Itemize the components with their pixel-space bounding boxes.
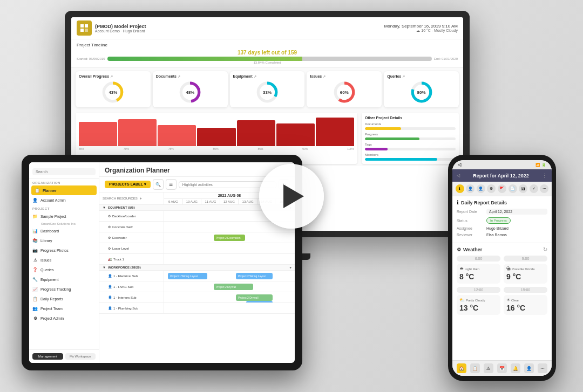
weather-section: ⚙ Weather ↻ 6:00 9:00 [452, 243, 552, 318]
my-workspace-tab[interactable]: My Workspace [65, 353, 96, 360]
monitor-project-title: (PMOD) Model Project [95, 24, 146, 29]
sidebar-item-progress-photos[interactable]: 📷 Progress Photos [29, 245, 99, 255]
reviewer-value: Elsa Ramos [486, 233, 547, 237]
sidebar-item-queries[interactable]: ❓ Queries [29, 265, 99, 274]
phone-tab-more[interactable]: ⋯ [540, 184, 548, 193]
sidebar-item-library[interactable]: 📚 Library [29, 236, 99, 245]
resource-interiors: 👤1 - Interiors Sub [99, 292, 164, 302]
phone-tab-doc[interactable]: 📄 [509, 184, 517, 193]
sidebar-item-issues[interactable]: ⚠ Issues [29, 255, 99, 265]
sidebar-item-planner[interactable]: 📋 Planner [31, 185, 97, 195]
phone-status-bar: ◁ 📶 🔋 [452, 160, 552, 169]
tablet-frame: ORGANIZATION 📋 Planner 👤 Account Admin P… [22, 155, 302, 370]
search-toolbar-button[interactable]: 🔍 [153, 179, 164, 190]
electrical-bar-1: Project 1 Wiring Layout [168, 273, 207, 279]
sidebar-equipment-label: Equipment [40, 278, 58, 281]
timeline-pct: 13.84% Completed [77, 61, 458, 64]
daily-report-title: Daily Report Details [461, 200, 507, 205]
phone-nav-home[interactable]: 🏠 [457, 363, 466, 373]
weather-time-headers-2: 12:00 15:00 [457, 287, 547, 293]
chart-backhoe [164, 211, 295, 221]
phone-tab-person[interactable]: 👤 [466, 184, 474, 193]
truck-icon: 🚛 [108, 257, 112, 261]
monitor-timeline: Project Timeline 137 days left out of 15… [71, 39, 463, 68]
phone-tab-image[interactable]: 🖼 [519, 184, 527, 193]
project-team-icon: 👥 [32, 306, 38, 311]
sidebar-progress-photos-label: Progress Photos [40, 249, 69, 252]
sidebar-account-admin-label: Account Admin [40, 198, 66, 202]
donut-documents: 48% [178, 80, 202, 104]
phone-nav-alerts[interactable]: ⚠ [484, 363, 493, 373]
refresh-toolbar-button[interactable]: ↻ [279, 179, 289, 190]
phone-back-button[interactable]: ◁ [457, 173, 460, 178]
phone-tab-info[interactable]: ℹ [456, 184, 464, 193]
other-project-details: Other Project Details Documents Progress… [362, 113, 459, 164]
gantt-date-group: 2022 AUG 08 [164, 192, 295, 199]
excavator-bar: Project 2 Excavation [214, 235, 245, 241]
expand-equipment-icon[interactable]: ▼ [103, 206, 106, 209]
phone-menu-button[interactable]: ⋮ [542, 173, 547, 178]
gantt-row-excavator: ⚙Excavator Project 2 Excavation [99, 232, 295, 243]
filter-toolbar-button[interactable]: ☰ [166, 179, 177, 190]
resource-backhoe: ⚙Backhoe/Loader [99, 211, 164, 221]
phone-nav-reports[interactable]: 📋 [470, 363, 480, 373]
sidebar-item-daily-reports[interactable]: 📋 Daily Reports [29, 294, 99, 304]
gantt-date-10aug: 10 AUG [183, 199, 202, 204]
phone-tab-check[interactable]: ✓ [530, 184, 538, 193]
bar-1 [79, 122, 117, 146]
expand-workforce-icon[interactable]: ▼ [103, 266, 106, 269]
electrical-bar-1-label: Project 1 Wiring Layout [170, 274, 198, 278]
donut-label-5: 80% [417, 90, 426, 95]
tablet-search-input[interactable] [32, 168, 96, 175]
add-resource-button[interactable]: + [140, 197, 142, 201]
highlight-activities-input[interactable] [179, 181, 276, 188]
add-equipment-button[interactable]: + [289, 206, 292, 209]
weather-refresh-icon[interactable]: ↻ [543, 246, 547, 252]
phone-tab-settings[interactable]: ⚙ [487, 184, 496, 193]
management-tab[interactable]: Management [32, 353, 63, 360]
timeline-start: Started: 06/06/2019 [77, 57, 105, 60]
status-label: Status [457, 219, 486, 223]
phone-nav-profile[interactable]: 👤 [524, 363, 534, 373]
concrete-saw-icon: ⚙ [108, 225, 111, 229]
phone-tab-flag[interactable]: 🚩 [498, 184, 506, 193]
gantt-row-concrete-saw: ⚙Concrete Saw [99, 222, 295, 232]
sidebar-item-progress-tracking[interactable]: 📈 Progress Tracking [29, 284, 99, 294]
dashboard-icon: 📊 [32, 228, 38, 233]
weather-cell-12pm: ⛅ Partly Cloudy 13 °C [457, 295, 500, 315]
sidebar-item-equipment[interactable]: 🔧 Equipment [29, 274, 99, 284]
weather-time-12pm: 12:00 [457, 287, 500, 293]
bar-6 [276, 123, 315, 146]
sidebar-item-project-admin[interactable]: ⚙ Project Admin [29, 313, 99, 323]
gantt-dates-container: 2022 AUG 08 9 AUG 10 AUG 11 AUG 12 AUG 1… [164, 192, 295, 204]
monitor-weather: ☁ 16 °C - Mostly Cloudy [384, 29, 458, 33]
sidebar-item-sample-project[interactable]: 📁 Sample Project [29, 211, 99, 221]
phone-icon-bar: ℹ 👤 👤 ⚙ 🚩 📄 🖼 ✓ ⋯ [452, 182, 552, 196]
rain-icon: 🌧 [459, 266, 464, 271]
other-tags-label: Tags [365, 143, 456, 146]
weather-title: ⚙ Weather [457, 247, 482, 252]
phone-nav-calendar[interactable]: 📅 [497, 363, 507, 373]
scene: (PMOD) Model Project Account Demo · Hugo… [0, 0, 583, 392]
sidebar-item-dashboard[interactable]: 📊 Dashboard [29, 226, 99, 236]
tablet-search-container [29, 162, 99, 179]
phone-nav-notifications[interactable]: 🔔 [511, 363, 520, 373]
bar-3 [158, 125, 196, 146]
weather-icon: ☁ [416, 29, 420, 32]
sidebar-item-project-team[interactable]: 👥 Project Team [29, 304, 99, 313]
sidebar-project-team-label: Project Team [40, 307, 63, 311]
reviewer-label: Reviewer [457, 233, 486, 237]
phone-nav-more[interactable]: ⋯ [538, 363, 547, 373]
widget-title-4: Issues ↗ [310, 74, 326, 78]
projects-label-button[interactable]: PROJECTS LABEL ▾ [105, 181, 151, 188]
phone-tab-person2[interactable]: 👤 [477, 184, 485, 193]
electrical-icon: 👤 [108, 274, 112, 278]
add-workforce-button[interactable]: + [289, 266, 292, 269]
chart-electrical: Project 1 Wiring Layout Project 2 Wiring… [164, 271, 295, 281]
phone-screen: ◁ 📶 🔋 ◁ Report for April 12, 2022 ⋮ ℹ 👤 … [452, 160, 552, 376]
donut-label-2: 48% [186, 90, 194, 95]
sidebar-item-account-admin[interactable]: 👤 Account Admin [29, 195, 99, 205]
progress-tracking-icon: 📈 [32, 286, 38, 292]
monitor-project-info: (PMOD) Model Project Account Demo · Hugo… [77, 20, 146, 36]
weather-grid-top: 🌧 Light Rain 8 °C 🌦 Possible Drizzle [457, 264, 547, 284]
